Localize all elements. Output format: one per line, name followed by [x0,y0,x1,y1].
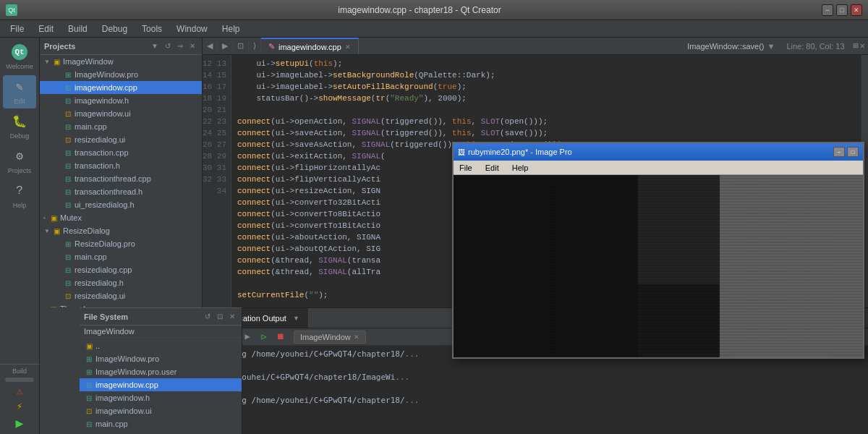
sidebar-icon-debug[interactable]: 🐛 Debug [3,110,36,143]
tree-item-resizedialog-root[interactable]: ▼ ▣ ResizeDialog [40,224,202,237]
fs-pin-btn[interactable]: ↺ [203,312,213,321]
sidebar-edit-label: Edit [14,98,25,105]
tab-close-icon[interactable]: ✕ [345,43,351,51]
tree-item-imagewindow-pro[interactable]: ⊞ ImageWindow.pro [40,68,202,81]
output-subtab-close[interactable]: ✕ [354,333,359,341]
svg-text:.........  ...  ..............: ......... ... ................ [732,200,823,205]
minimize-button[interactable]: − [822,4,833,16]
tree-item-label: resizedialog.cpp [75,265,132,274]
menu-tools[interactable]: Tools [135,22,169,35]
tree-item-transactionthread-h[interactable]: ⊟ transactionthread.h [40,185,202,198]
tree-item-thread-root[interactable]: + ▣ Thread [40,302,202,307]
build-run-icon[interactable]: ▶ [16,415,24,431]
fs-root-label: ImageWindow [84,327,135,336]
tree-filter-btn[interactable]: ▼ [149,41,161,51]
tree-item-resizedialog-cpp2[interactable]: ⊟ resizedialog.cpp [40,263,202,276]
tree-item-transaction-cpp[interactable]: ⊟ transaction.cpp [40,146,202,159]
fs-item-imagewindow-cpp[interactable]: ⊟ imagewindow.cpp [80,378,242,391]
iv-menu-edit[interactable]: Edit [482,163,502,173]
fs-item-dotdot[interactable]: ▣ .. [80,339,242,352]
tree-item-imagewindow-cpp[interactable]: ⊟ imagewindow.cpp [40,81,202,94]
pro-file-icon: ⊞ [84,367,94,376]
h-file-icon: ⊟ [63,187,73,196]
tree-item-imagewindow-h[interactable]: ⊟ imagewindow.h [40,94,202,107]
sidebar-icon-projects[interactable]: ⚙ Projects [3,145,36,178]
cpp-file-icon: ⊟ [63,174,73,183]
svg-rect-0 [454,175,863,357]
tree-sync-btn[interactable]: ↺ [163,41,173,51]
menu-file[interactable]: File [3,22,31,35]
fs-nav-btn[interactable]: ⊡ [215,312,225,321]
tree-item-imagewindow-ui[interactable]: ⊡ imagewindow.ui [40,107,202,120]
output-run-btn[interactable]: ▷ [257,331,271,344]
fs-item-imagewindow-h[interactable]: ⊟ imagewindow.h [80,391,242,404]
line-numbers: 12 13 14 15 16 17 18 19 20 21 22 23 24 2… [203,55,231,307]
tab-nav-prev[interactable]: ◀ [203,38,218,54]
tree-close-btn[interactable]: ✕ [187,41,197,51]
fs-item-imagewindow-pro[interactable]: ⊞ ImageWindow.pro [80,352,242,365]
tree-item-label: imagewindow.ui [75,109,131,118]
output-stop-btn[interactable]: ⏹ [273,331,288,344]
tree-item-resizedialog-pro2[interactable]: ⊞ ResizeDialog.pro [40,237,202,250]
tree-item-main-cpp2[interactable]: ⊟ main.cpp [40,250,202,263]
tree-item-imagewindow-root[interactable]: ▼ ▣ ImageWindow [40,55,202,68]
sidebar-icon-edit[interactable]: ✎ Edit [3,75,36,109]
fs-title: File System [84,312,128,321]
maximize-button[interactable]: □ [836,4,848,16]
title-bar: Qt imagewindow.cpp - chapter18 - Qt Crea… [0,0,868,20]
menu-build[interactable]: Build [61,22,95,35]
tree-item-resizedialog-h2[interactable]: ⊟ resizedialog.h [40,276,202,289]
iv-maximize-btn[interactable]: □ [847,147,859,157]
image-viewer-window[interactable]: 🖼 rubymine20.png* - Image Pro − □ File E… [452,142,864,359]
fs-item-imagewindow-ui[interactable]: ⊡ imagewindow.ui [80,404,242,417]
breadcrumb-function: ImageWindow::save() [687,42,764,51]
h-file-icon: ⊟ [63,96,73,105]
editor-tab-bar: ◀ ▶ ⊡ ⟩ ✎ imagewindow.cpp ✕ ImageWindow:… [203,38,868,55]
iv-menu-help[interactable]: Help [509,163,532,173]
sidebar-debug-label: Debug [10,132,30,140]
sidebar-icon-welcome[interactable]: Qt Welcome [3,41,36,74]
tree-item-resizedialog-ui[interactable]: ⊡ resizedialog.ui [40,133,202,146]
svg-rect-4 [720,175,863,357]
build-warning-icon: ⚡ [17,400,22,412]
editor-tab-imagewindow-cpp[interactable]: ✎ imagewindow.cpp ✕ [261,38,359,54]
tree-item-transactionthread-cpp[interactable]: ⊟ transactionthread.cpp [40,172,202,185]
tree-item-mutex-root[interactable]: + ▣ Mutex [40,211,202,224]
tree-item-transaction-h[interactable]: ⊟ transaction.h [40,159,202,172]
tree-item-resizedialog-ui2[interactable]: ⊡ resizedialog.ui [40,289,202,302]
tab-nav-up[interactable]: ⊡ [233,38,249,54]
iv-title-left: 🖼 rubymine20.png* - Image Pro [458,148,572,156]
fs-close-btn[interactable]: ✕ [227,312,237,321]
menu-edit[interactable]: Edit [31,22,61,35]
menu-window[interactable]: Window [169,22,215,35]
build-bar: Build ⚠ ⚡ ▶ [0,364,40,434]
breadcrumb-dropdown[interactable]: ▼ [767,42,775,51]
iv-image-display: ................................ .......… [454,175,863,357]
output-tab-dropdown[interactable]: ▼ [293,315,299,322]
menu-help[interactable]: Help [215,22,247,35]
tree-header-actions: ▼ ↺ ⇒ ✕ [149,41,197,51]
output-content: Starting /home/youhei/C+GPwQT4/chapter18… [203,346,868,434]
sidebar-welcome-label: Welcome [6,63,33,70]
tree-item-main-cpp[interactable]: ⊟ main.cpp [40,120,202,133]
sidebar-icon-help[interactable]: ? Help [3,179,36,213]
window-controls: − □ ✕ [822,4,862,16]
iv-menu-file[interactable]: File [456,163,475,173]
tab-nav-next[interactable]: ▶ [218,38,233,54]
close-button[interactable]: ✕ [851,4,862,16]
tree-item-ui-resizedialog-h[interactable]: ⊟ ui_resizedialog.h [40,198,202,211]
project-tree: Projects ▼ ↺ ⇒ ✕ ▼ ▣ ImageWindow [40,38,203,307]
tree-item-label: resizedialog.ui [75,292,125,300]
menu-debug[interactable]: Debug [95,22,135,35]
fs-item-main-cpp[interactable]: ⊟ main.cpp [80,417,242,430]
output-subtab-imagewindow[interactable]: ImageWindow ✕ [294,331,366,344]
output-next-btn[interactable]: ▶ [240,331,255,344]
tree-item-label: main.cpp [75,252,107,261]
editor-float-btn[interactable]: ⊞ [854,41,859,51]
editor-close-btn[interactable]: ✕ [860,41,865,51]
iv-minimize-btn[interactable]: − [833,147,845,157]
tree-nav-btn[interactable]: ⇒ [175,41,185,51]
fs-item-imagewindow-pro-user[interactable]: ⊞ ImageWindow.pro.user [80,365,242,378]
svg-text:..............................: ................................ [732,258,830,263]
svg-text:..............................: ................................ [732,315,830,321]
